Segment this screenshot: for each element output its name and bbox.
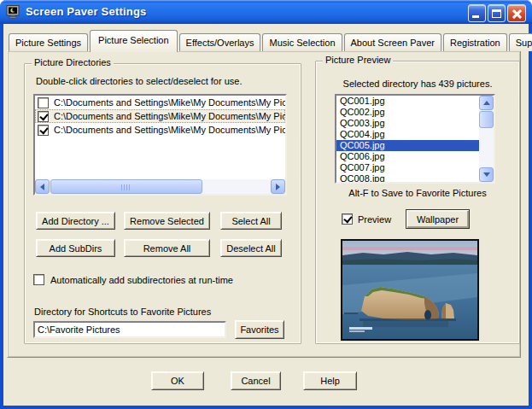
scroll-left-button[interactable] (35, 179, 50, 194)
tab-music-selection[interactable]: Music Selection (262, 33, 342, 51)
screen-paver-app-icon (6, 5, 20, 19)
vertical-scrollbar[interactable] (479, 96, 494, 182)
favorites-directory-field[interactable]: C:\Favorite Pictures (33, 321, 226, 338)
arrow-left-icon (40, 184, 44, 190)
pictures-rows: QC001.jpg QC002.jpg QC003.jpg QC004.jpg … (336, 96, 479, 182)
directory-path: C:\Documents and Settings\Mike\My Docume… (54, 111, 285, 121)
arrow-right-icon (276, 184, 280, 190)
picture-file-row[interactable]: QC008.jpg (336, 173, 479, 182)
ok-button[interactable]: OK (151, 371, 204, 390)
picture-preview-group-label: Picture Preview (323, 55, 393, 65)
dialog-client-area: Picture Settings Picture Selection Effec… (3, 24, 529, 406)
screen-paver-settings-window: Screen Paver Settings Picture Settings P… (0, 0, 532, 409)
minimize-icon (472, 15, 479, 18)
help-button[interactable]: Help (303, 371, 357, 390)
remove-all-button[interactable]: Remove All (124, 239, 210, 257)
picture-directories-group-label: Picture Directories (32, 57, 114, 67)
titlebar[interactable]: Screen Paver Settings (0, 0, 532, 24)
cancel-button[interactable]: Cancel (231, 371, 281, 390)
favorites-button[interactable]: Favorites (235, 320, 284, 339)
directory-picture-count: Selected directory has 439 pictures. (316, 79, 519, 89)
tab-bar: Picture Settings Picture Selection Effec… (9, 29, 532, 51)
directories-instruction: Double-click directories to select/desel… (36, 76, 243, 86)
pictures-listbox[interactable]: QC001.jpg QC002.jpg QC003.jpg QC004.jpg … (335, 94, 495, 184)
tab-about-screen-paver[interactable]: About Screen Paver (344, 33, 441, 51)
tab-registration[interactable]: Registration (443, 33, 507, 51)
close-button[interactable] (507, 4, 526, 22)
horizontal-scrollbar-thumb[interactable] (50, 179, 202, 194)
tab-picture-settings[interactable]: Picture Settings (9, 33, 88, 51)
window-title: Screen Paver Settings (26, 5, 147, 18)
picture-selection-page: Picture Directories Double-click directo… (7, 50, 521, 358)
maximize-icon (492, 9, 501, 18)
directory-row[interactable]: C:\Documents and Settings\Mike\My Docume… (35, 96, 285, 109)
wallpaper-button[interactable]: Wallpaper (406, 209, 470, 229)
vertical-scrollbar-thumb[interactable] (479, 111, 494, 128)
picture-file-row[interactable]: QC003.jpg (336, 118, 479, 129)
auto-add-subdirectories-label: Automatically add subdirectories at run-… (50, 275, 233, 285)
tab-picture-selection[interactable]: Picture Selection (90, 30, 178, 52)
directory-checkbox-checked[interactable] (38, 125, 49, 136)
arrow-up-icon (483, 101, 490, 105)
perce-rock-photo (342, 241, 477, 339)
auto-add-subdirectories-checkbox[interactable] (33, 274, 44, 285)
directories-listbox[interactable]: C:\Documents and Settings\Mike\My Docume… (33, 94, 287, 196)
scroll-up-button[interactable] (479, 96, 494, 110)
tab-support[interactable]: Support (509, 33, 532, 51)
picture-preview-group: Picture Preview Selected directory has 4… (315, 61, 520, 344)
preview-checkbox-label: Preview (358, 214, 391, 225)
picture-file-row-selected[interactable]: QC005.jpg (336, 140, 479, 151)
picture-file-row[interactable]: QC004.jpg (336, 129, 479, 140)
maximize-button[interactable] (488, 4, 506, 22)
scroll-right-button[interactable] (271, 179, 285, 194)
add-directory-button[interactable]: Add Directory ... (36, 212, 115, 230)
favorites-hint: Alt-F to Save to Favorite Pictures (316, 188, 519, 198)
picture-preview-image (341, 239, 479, 341)
directory-row[interactable]: C:\Documents and Settings\Mike\My Docume… (35, 123, 285, 137)
directory-row[interactable]: C:\Documents and Settings\Mike\My Docume… (35, 109, 285, 123)
favorites-directory-label: Directory for Shortcuts to Favorite Pict… (34, 307, 211, 317)
tab-effects-overlays[interactable]: Effects/Overlays (179, 33, 261, 51)
arrow-down-icon (483, 172, 490, 177)
picture-file-row[interactable]: QC007.jpg (336, 162, 479, 173)
directory-checkbox-unchecked[interactable] (38, 97, 49, 108)
select-all-button[interactable]: Select All (220, 212, 282, 230)
preview-checkbox[interactable] (342, 213, 353, 225)
directory-path: C:\Documents and Settings\Mike\My Docume… (54, 125, 285, 135)
directory-checkbox-checked[interactable] (38, 111, 49, 122)
horizontal-scrollbar[interactable] (35, 179, 285, 194)
picture-file-row[interactable]: QC001.jpg (336, 96, 479, 107)
add-subdirs-button[interactable]: Add SubDirs (36, 239, 115, 257)
picture-file-row[interactable]: QC006.jpg (336, 151, 479, 162)
picture-file-row[interactable]: QC002.jpg (336, 107, 479, 118)
minimize-button[interactable] (468, 4, 486, 22)
deselect-all-button[interactable]: Deselect All (220, 239, 282, 257)
remove-selected-button[interactable]: Remove Selected (124, 212, 210, 230)
directories-rows: C:\Documents and Settings\Mike\My Docume… (35, 96, 285, 179)
directory-path: C:\Documents and Settings\Mike\My Docume… (54, 97, 285, 108)
scroll-down-button[interactable] (479, 167, 494, 182)
picture-directories-group: Picture Directories Double-click directo… (24, 63, 301, 344)
